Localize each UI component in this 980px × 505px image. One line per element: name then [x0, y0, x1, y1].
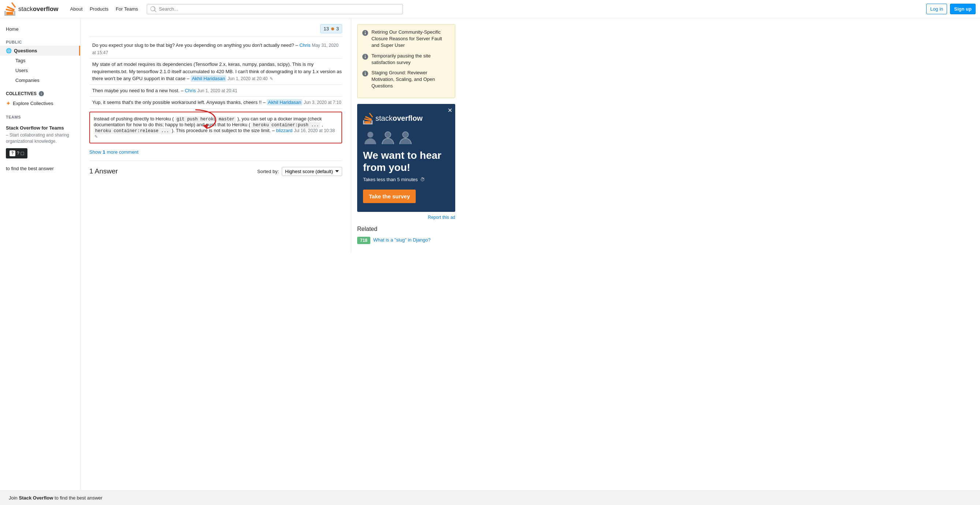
signup-button[interactable]: Sign up [950, 4, 975, 14]
ad-logo-icon [363, 113, 373, 124]
comment-3: Then maybe you need to find a new host. … [89, 85, 342, 97]
ad-close-button[interactable]: ✕ [447, 107, 452, 114]
comments-section: Do you expect your slug to be that big? … [89, 36, 342, 161]
report-ad[interactable]: Report this ad [357, 215, 455, 220]
main-layout: Home PUBLIC 🌐 Questions Tags Users Compa… [0, 18, 980, 253]
comment-2-author[interactable]: Akhil Haridasan [191, 75, 226, 81]
teams-title: Stack Overflow for Teams [6, 125, 74, 131]
sidebar-section-teams: TEAMS [0, 109, 80, 121]
sidebar-item-companies[interactable]: Companies [0, 75, 80, 85]
info-icon: i [39, 91, 44, 96]
logo[interactable]: stackoverflow [5, 2, 59, 16]
related-link-1[interactable]: What is a "slug" in Django? [373, 237, 431, 243]
search-input[interactable] [159, 6, 399, 12]
arrow-container: Instead of pushing directly to Heroku ( … [89, 112, 342, 143]
highlighted-comment-author[interactable]: blizzard [276, 128, 293, 133]
comment-2-edit-icon[interactable]: ✎ [270, 76, 273, 81]
right-sidebar: Retiring Our Community-Specific Closure … [351, 18, 461, 253]
sidebar-item-users[interactable]: Users [0, 65, 80, 75]
sort-by: Sorted by: Highest score (default) [257, 167, 342, 176]
highlighted-comment-edit-icon[interactable]: ✎ [94, 134, 98, 139]
nav-products[interactable]: Products [87, 5, 111, 13]
nav-about[interactable]: About [67, 5, 86, 13]
main-nav: About Products For Teams [67, 6, 141, 12]
comment-1-text: Do you expect your slug to be that big? … [92, 43, 294, 48]
ad-logo: stackoverflow [363, 113, 449, 124]
svg-point-1 [368, 132, 373, 138]
highlighted-text-before: Instead of pushing directly to Heroku ( [94, 116, 174, 121]
person-icon-3 [398, 130, 413, 145]
ad-people [363, 130, 449, 145]
meta-icon-2 [362, 53, 369, 60]
explore-collectives[interactable]: ✦ Explore Collectives [0, 98, 80, 109]
highlighted-text-after2: ). This procedure is not subject to the … [172, 128, 271, 133]
comment-4: Yup, it seems that's the only possible w… [89, 97, 342, 109]
answer-title: 1 Answer [89, 167, 118, 175]
ad-cta-button[interactable]: Take the survey [363, 190, 416, 203]
bronze-dot [331, 27, 334, 30]
comment-4-author[interactable]: Akhil Haridasan [267, 99, 302, 105]
person-icon-1 [363, 130, 378, 145]
ad-logo-text: stackoverflow [375, 114, 423, 123]
join-so-text: to find the best answer [0, 163, 80, 174]
search-bar [147, 4, 403, 14]
user-badge: 13 3 [320, 24, 342, 33]
header: stackoverflow About Products For Teams L… [0, 0, 980, 18]
teams-button[interactable]: ? ? □ [6, 148, 27, 158]
globe-icon: 🌐 [6, 48, 12, 53]
svg-marker-0 [203, 124, 208, 129]
related-score-1: 718 [357, 237, 370, 244]
comment-1: Do you expect your slug to be that big? … [89, 40, 342, 59]
search-icon [150, 6, 157, 13]
highlighted-comment-time-val: Jul 16, 2020 at 10:38 [294, 128, 335, 133]
highlighted-code-2: heroku container:push ... [251, 122, 320, 128]
meta-item-1: Retiring Our Community-Specific Closure … [362, 29, 450, 49]
sort-dropdown[interactable]: Highest score (default) [282, 167, 342, 176]
comment-3-time-val: Jun 1, 2020 at 20:41 [197, 88, 237, 93]
highlighted-code-3: heroku container:release ... [94, 128, 170, 134]
logo-text: stackoverflow [18, 5, 59, 13]
show-more-comments[interactable]: Show 1 more comment [89, 147, 138, 158]
header-buttons: Log in Sign up [926, 4, 975, 14]
ad-subtitle: Takes less than 5 minutes ⏱ [363, 177, 449, 182]
meta-item-2: Temporarily pausing the site satisfactio… [362, 53, 450, 66]
meta-icon-1 [362, 30, 369, 36]
comment-1-author[interactable]: Chris [299, 43, 310, 48]
ad-box: ✕ stackoverflow [357, 104, 455, 212]
sidebar: Home PUBLIC 🌐 Questions Tags Users Compa… [0, 18, 81, 253]
comment-3-author[interactable]: Chris [185, 88, 196, 93]
collectives-header: COLLECTIVES i [0, 85, 80, 98]
sort-by-label: Sorted by: [257, 169, 279, 174]
teams-btn-icon: ? [10, 150, 15, 156]
comment-3-text: Then maybe you need to find a new host. [92, 88, 180, 93]
meta-item-3: Staging Ground: Reviewer Motivation, Sca… [362, 70, 450, 90]
sidebar-item-tags[interactable]: Tags [0, 56, 80, 65]
answer-header: 1 Answer Sorted by: Highest score (defau… [89, 161, 342, 179]
comment-2-time-val: Jun 1, 2020 at 20:40 [228, 76, 267, 81]
nav-for-teams[interactable]: For Teams [113, 5, 141, 13]
sidebar-section-public: PUBLIC [0, 34, 80, 46]
svg-point-2 [385, 132, 391, 138]
related-item-1: 718 What is a "slug" in Django? [357, 237, 455, 244]
star-icon: ✦ [6, 100, 11, 107]
meta-icon-3 [362, 70, 369, 77]
login-button[interactable]: Log in [926, 4, 947, 14]
sidebar-item-questions[interactable]: 🌐 Questions [0, 46, 80, 56]
related-title: Related [357, 226, 455, 233]
user-bronze: 3 [336, 26, 339, 32]
highlighted-text-sep: , [322, 122, 323, 127]
sidebar-item-home[interactable]: Home [0, 24, 80, 34]
teams-desc: – Start collaborating and sharing organi… [6, 132, 74, 145]
comment-2: My state of art model requires its depen… [89, 59, 342, 85]
logo-icon [5, 2, 16, 16]
teams-section: Stack Overflow for Teams – Start collabo… [0, 121, 80, 163]
ad-title: We want to hear from you! [363, 149, 449, 174]
svg-point-3 [402, 132, 408, 138]
top-user-bar: 13 3 [89, 24, 342, 33]
person-icon-2 [380, 130, 395, 145]
user-score: 13 [323, 26, 329, 32]
content-area: 13 3 Do you expect your slug to be that … [81, 18, 980, 253]
red-arrow [192, 108, 217, 131]
main-content: 13 3 Do you expect your slug to be that … [81, 18, 351, 253]
meta-box: Retiring Our Community-Specific Closure … [357, 24, 455, 98]
